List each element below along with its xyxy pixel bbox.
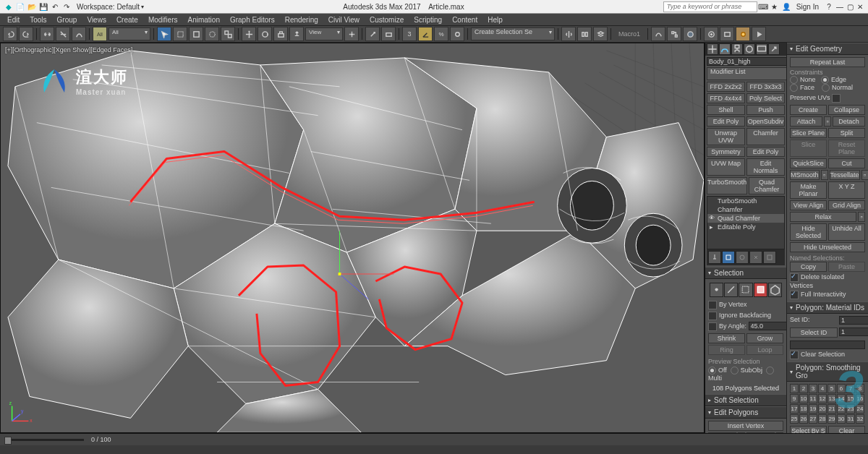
mod-editpoly2[interactable]: Edit Poly	[746, 147, 785, 157]
modifier-stack[interactable]: TurboSmooth Chamfer 👁Quad Chamfer ▸Edita…	[707, 196, 785, 249]
open-file-icon[interactable]: 📂	[27, 1, 37, 12]
rotate-button[interactable]	[258, 27, 272, 41]
mod-opensubdiv[interactable]: OpenSubdiv	[746, 116, 785, 127]
save-file-icon[interactable]: 💾	[38, 1, 48, 12]
help-icon[interactable]: ?	[824, 1, 834, 12]
mod-ffd333[interactable]: FFD 3x3x3	[746, 82, 785, 92]
pivot-button[interactable]	[344, 27, 359, 41]
selection-set-dropdown[interactable]: Create Selection Se	[471, 27, 555, 40]
close-button[interactable]: ✕	[855, 3, 865, 11]
keyboard-shortcut-button[interactable]	[381, 27, 396, 41]
menu-views[interactable]: Views	[82, 15, 111, 25]
selection-rollout-header[interactable]: Selection	[705, 267, 786, 279]
redo-button[interactable]	[19, 27, 33, 41]
configure-icon[interactable]	[763, 251, 776, 264]
mod-ffd444[interactable]: FFD 4x4x4	[707, 93, 745, 103]
border-mode-icon[interactable]	[739, 283, 752, 297]
preview-multi-radio[interactable]	[766, 367, 774, 374]
slice-button[interactable]: Slice	[790, 140, 827, 157]
loop-button[interactable]: Loop	[746, 345, 783, 355]
viewalign-button[interactable]: View Align	[790, 200, 827, 210]
workspace-dropdown[interactable]: Workspace: Default	[77, 3, 140, 11]
menu-tools[interactable]: Tools	[25, 15, 51, 25]
matid-rollout-header[interactable]: Polygon: Material IDs	[787, 301, 868, 314]
clear-sg-button[interactable]: Clear	[828, 426, 865, 433]
stack-editablepoly[interactable]: ▸Editable Poly	[707, 223, 784, 231]
full-interactivity-check[interactable]	[790, 291, 799, 299]
vertex-mode-icon[interactable]	[710, 283, 723, 297]
mod-quadchamfer[interactable]: Quad Chamfer	[749, 177, 785, 194]
schematic-button[interactable]	[667, 27, 681, 41]
smooth-rollout-header[interactable]: Polygon: Smoothing Gro	[787, 361, 868, 382]
undo-icon[interactable]: ↶	[50, 1, 60, 12]
selid-input[interactable]	[839, 327, 868, 336]
preview-off-radio[interactable]	[708, 367, 716, 374]
menu-edit[interactable]: Edit	[3, 15, 24, 25]
ring-button[interactable]: Ring	[708, 345, 745, 355]
menu-group[interactable]: Group	[53, 15, 82, 25]
render-setup-button[interactable]	[704, 27, 718, 41]
tab-create[interactable]	[707, 43, 718, 55]
link-button[interactable]	[40, 27, 54, 41]
move-button[interactable]	[242, 27, 256, 41]
mod-unwrap[interactable]: Unwrap UVW	[707, 128, 745, 145]
preserve-uv-check[interactable]	[832, 94, 841, 103]
constraint-edge-radio[interactable]	[821, 76, 829, 84]
select-filter-button[interactable]: All	[93, 27, 107, 41]
detach-button[interactable]: Detach	[833, 116, 865, 127]
select-paint-button[interactable]	[205, 27, 219, 41]
polygon-mode-icon[interactable]	[754, 283, 767, 297]
edge-mode-icon[interactable]	[724, 283, 738, 297]
mod-symmetry[interactable]: Symmetry	[707, 147, 745, 157]
mod-shell[interactable]: Shell	[707, 105, 745, 115]
makeplanar-button[interactable]: Make Planar	[790, 181, 827, 199]
msmooth-button[interactable]: MSmooth	[790, 170, 820, 180]
menu-rendering[interactable]: Rendering	[281, 15, 323, 25]
object-name-input[interactable]	[707, 57, 787, 66]
split-button[interactable]: Split	[828, 128, 865, 138]
viewport-label[interactable]: [+][Orthographic][Xgen Show][Edged Faces…	[5, 46, 132, 53]
copy-named-button[interactable]: Copy	[790, 262, 827, 272]
selection-filter-dropdown[interactable]: All	[109, 27, 150, 40]
spinner-snap-button[interactable]	[450, 27, 464, 41]
undo-button[interactable]	[3, 27, 17, 41]
relax-settings-icon[interactable]: ▫	[858, 212, 865, 222]
menu-grapheditors[interactable]: Graph Editors	[226, 15, 279, 25]
menu-civilview[interactable]: Civil View	[324, 15, 364, 25]
menu-scripting[interactable]: Scripting	[409, 15, 446, 25]
menu-help[interactable]: Help	[483, 15, 507, 25]
mirror-button[interactable]	[561, 27, 576, 41]
percent-snap-button[interactable]: %	[434, 27, 448, 41]
gridalign-button[interactable]: Grid Align	[828, 200, 865, 210]
msmooth-settings-icon[interactable]: ▫	[821, 170, 828, 180]
resetplane-button[interactable]: Reset Plane	[828, 140, 865, 157]
eye-icon[interactable]: 👁	[709, 215, 715, 221]
quickslice-button[interactable]: QuickSlice	[790, 158, 827, 168]
help-search-input[interactable]	[663, 1, 757, 12]
ignore-backfacing-check[interactable]	[708, 312, 717, 320]
clear-selection-check[interactable]	[790, 351, 799, 359]
constraint-face-radio[interactable]	[790, 84, 798, 92]
mod-editpoly[interactable]: Edit Poly	[707, 116, 745, 127]
window-crossing-button[interactable]	[221, 27, 235, 41]
collapse-button[interactable]: Collapse	[828, 105, 865, 115]
stack-chamfer[interactable]: Chamfer	[707, 205, 784, 214]
menu-modifiers[interactable]: Modifiers	[144, 15, 182, 25]
shrink-button[interactable]: Shrink	[708, 333, 745, 343]
user-icon[interactable]: 👤	[781, 1, 791, 12]
unhideall-button[interactable]: Unhide All	[828, 223, 865, 241]
extrude-button[interactable]: Extrude	[708, 432, 736, 433]
hideselected-button[interactable]: Hide Selected	[790, 223, 827, 241]
attach-list-icon[interactable]: ▫	[824, 116, 831, 127]
bind-button[interactable]	[72, 27, 86, 41]
maximize-button[interactable]: ▢	[845, 3, 855, 11]
attach-button[interactable]: Attach	[790, 116, 822, 127]
pin-stack-icon[interactable]	[708, 251, 721, 264]
sliceplane-button[interactable]: Slice Plane	[790, 128, 827, 138]
select-rect-button[interactable]	[189, 27, 203, 41]
tess-settings-icon[interactable]: ▫	[861, 170, 868, 180]
stack-turbosmooth[interactable]: TurboSmooth	[707, 197, 784, 205]
viewport[interactable]: [+][Orthographic][Xgen Show][Edged Faces…	[0, 43, 705, 433]
grow-button[interactable]: Grow	[746, 333, 783, 343]
paste-named-button[interactable]: Paste	[828, 262, 865, 272]
